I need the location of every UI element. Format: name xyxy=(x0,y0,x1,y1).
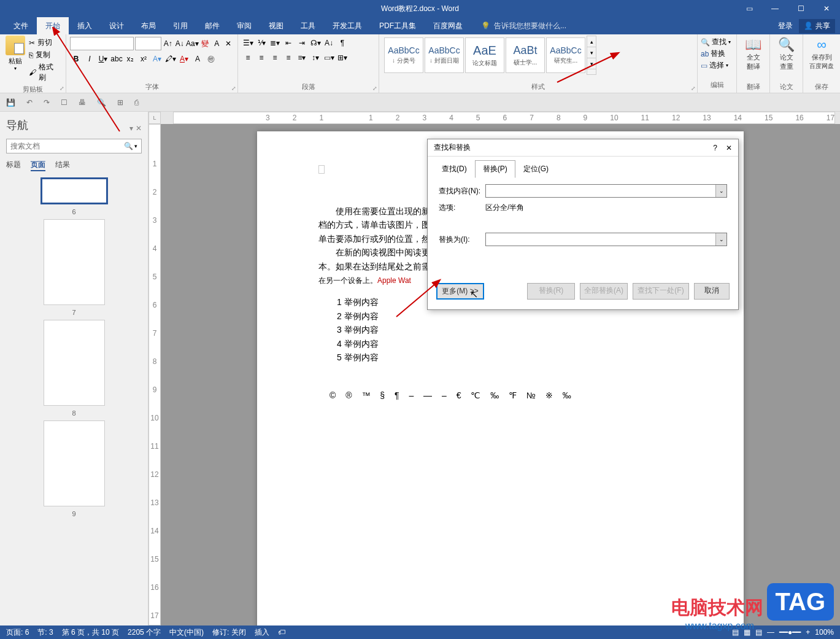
italic-icon[interactable]: I xyxy=(83,53,96,65)
style-item[interactable]: AaE论文标题 xyxy=(465,37,504,73)
replace-input[interactable] xyxy=(486,233,715,246)
style-item[interactable]: AaBbCc↓ 封面日期 xyxy=(425,37,464,73)
dialog-tab-find[interactable]: 查找(D) xyxy=(434,160,475,178)
clear-format-icon[interactable]: ✕ xyxy=(223,37,234,50)
nav-tab-results[interactable]: 结果 xyxy=(55,160,70,171)
zoom-slider[interactable]: ━━●━━ xyxy=(779,628,801,637)
ribbon-options-icon[interactable]: ▭ xyxy=(741,0,758,17)
dialog-tab-goto[interactable]: 定位(G) xyxy=(515,160,557,178)
char-border-icon[interactable]: A xyxy=(212,37,222,50)
tab-tools[interactable]: 工具 xyxy=(292,17,324,34)
style-item[interactable]: AaBt硕士学... xyxy=(506,37,545,73)
undo-icon[interactable]: ↶ xyxy=(26,98,33,107)
replace-button[interactable]: ab替换 xyxy=(699,48,734,60)
tab-mailings[interactable]: 邮件 xyxy=(196,17,228,34)
dialog-launcher-icon[interactable]: ⤢ xyxy=(60,85,64,91)
dialog-launcher-icon[interactable]: ⤢ xyxy=(372,85,377,91)
multilevel-icon[interactable]: ≣▾ xyxy=(269,37,281,49)
ruler-corner[interactable]: L xyxy=(148,112,161,124)
page-thumbnail[interactable] xyxy=(40,177,108,204)
dialog-launcher-icon[interactable]: ⤢ xyxy=(231,85,236,91)
find-button[interactable]: 🔍查找▾ xyxy=(699,36,734,48)
scroll-down-icon[interactable]: ▾ xyxy=(587,47,596,58)
tab-design[interactable]: 设计 xyxy=(101,17,133,34)
horizontal-ruler[interactable]: 321 1234567891011121314151617 xyxy=(173,112,835,124)
increase-indent-icon[interactable]: ⇥ xyxy=(296,37,308,49)
status-mode[interactable]: 插入 xyxy=(255,627,269,638)
dropdown-icon[interactable]: ⌄ xyxy=(715,233,726,246)
tab-pdf[interactable]: PDF工具集 xyxy=(371,17,425,34)
find-input[interactable] xyxy=(486,185,715,197)
status-extra-icon[interactable]: 🏷 xyxy=(278,628,285,637)
bold-icon[interactable]: B xyxy=(70,53,82,65)
change-case-icon[interactable]: Aa▾ xyxy=(186,37,198,50)
shrink-font-icon[interactable]: A↓ xyxy=(174,37,185,50)
print-icon[interactable]: 🖶 xyxy=(79,98,86,107)
dialog-titlebar[interactable]: 查找和替换 ? ✕ xyxy=(428,139,738,157)
cloud-save-icon[interactable]: ∞ xyxy=(817,37,827,53)
find-next-button[interactable]: 查找下一处(F) xyxy=(633,283,689,300)
save-icon[interactable]: 💾 xyxy=(6,98,15,107)
line-spacing-icon[interactable]: ↕▾ xyxy=(309,52,322,64)
replace-button[interactable]: 替换(R) xyxy=(527,283,575,300)
dropdown-icon[interactable]: ⌄ xyxy=(715,185,726,197)
maximize-icon[interactable]: ☐ xyxy=(792,0,809,17)
tab-view[interactable]: 视图 xyxy=(260,17,292,34)
vertical-ruler[interactable]: 12345678910111213141516171819 xyxy=(148,124,161,625)
nav-close-icon[interactable]: ✕ xyxy=(136,124,142,133)
tab-baidu[interactable]: 百度网盘 xyxy=(425,17,471,34)
char-shading-icon[interactable]: A xyxy=(191,53,204,65)
new-icon[interactable]: ☐ xyxy=(61,98,67,107)
font-color-icon[interactable]: A▾ xyxy=(178,53,190,65)
style-item[interactable]: AaBbCc研究生... xyxy=(546,37,585,73)
style-item[interactable]: AaBbCc↓ 分类号 xyxy=(384,37,423,73)
redo-icon[interactable]: ↷ xyxy=(44,98,50,107)
page-thumbnail[interactable] xyxy=(44,420,105,506)
status-pages[interactable]: 第 6 页，共 10 页 xyxy=(62,627,119,638)
tab-layout[interactable]: 布局 xyxy=(133,17,164,34)
underline-icon[interactable]: U▾ xyxy=(97,53,109,65)
asian-layout-icon[interactable]: ☊▾ xyxy=(309,37,322,49)
phonetic-guide-icon[interactable]: 變 xyxy=(199,37,210,50)
close-icon[interactable]: ✕ xyxy=(818,0,835,17)
select-button[interactable]: ▭选择▾ xyxy=(699,60,734,71)
login-link[interactable]: 登录 xyxy=(778,21,793,31)
subscript-icon[interactable]: x₂ xyxy=(124,53,136,65)
nav-dropdown-icon[interactable]: ▾ xyxy=(129,124,133,133)
paper-check-icon[interactable]: 🔍 xyxy=(778,37,795,53)
close-icon[interactable]: ✕ xyxy=(726,144,732,152)
text-effects-icon[interactable]: A▾ xyxy=(151,53,163,65)
tab-developer[interactable]: 开发工具 xyxy=(324,17,371,34)
search-icon[interactable]: 🔍 xyxy=(124,142,133,150)
numbering-icon[interactable]: ⅟▾ xyxy=(255,37,268,49)
strikethrough-icon[interactable]: abc xyxy=(110,53,123,65)
replace-all-button[interactable]: 全部替换(A) xyxy=(580,283,628,300)
align-right-icon[interactable]: ≡ xyxy=(269,52,281,64)
view-web-icon[interactable]: ▤ xyxy=(755,628,762,637)
zoom-in-icon[interactable]: + xyxy=(806,628,810,637)
decrease-indent-icon[interactable]: ⇤ xyxy=(282,37,295,49)
highlight-icon[interactable]: 🖍▾ xyxy=(164,53,177,65)
superscript-icon[interactable]: x² xyxy=(137,53,150,65)
tab-file[interactable]: 文件 xyxy=(5,17,37,34)
nav-tab-pages[interactable]: 页面 xyxy=(31,160,45,171)
font-family-combo[interactable] xyxy=(70,37,134,50)
align-left-icon[interactable]: ≡ xyxy=(242,52,254,64)
tab-insert[interactable]: 插入 xyxy=(69,17,101,34)
dialog-launcher-icon[interactable]: ⤢ xyxy=(691,85,696,91)
zoom-level[interactable]: 100% xyxy=(815,628,834,637)
page-thumbnail[interactable] xyxy=(44,219,105,305)
font-size-combo[interactable] xyxy=(135,37,161,50)
nav-tab-headings[interactable]: 标题 xyxy=(6,160,21,171)
align-center-icon[interactable]: ≡ xyxy=(255,52,268,64)
status-words[interactable]: 2205 个字 xyxy=(128,627,161,638)
cut-button[interactable]: ✂剪切 xyxy=(27,37,62,48)
nav-search-box[interactable]: 🔍▾ xyxy=(6,139,142,153)
status-track[interactable]: 修订: 关闭 xyxy=(212,627,246,638)
grow-font-icon[interactable]: A↑ xyxy=(163,37,173,50)
borders-icon[interactable]: ⊞▾ xyxy=(336,52,349,64)
dialog-tab-replace[interactable]: 替换(P) xyxy=(475,160,515,178)
print-preview-icon[interactable]: 🔍 xyxy=(97,98,106,107)
page-break-icon[interactable]: ⎙ xyxy=(134,98,139,107)
expand-gallery-icon[interactable]: ▾ xyxy=(587,58,596,69)
